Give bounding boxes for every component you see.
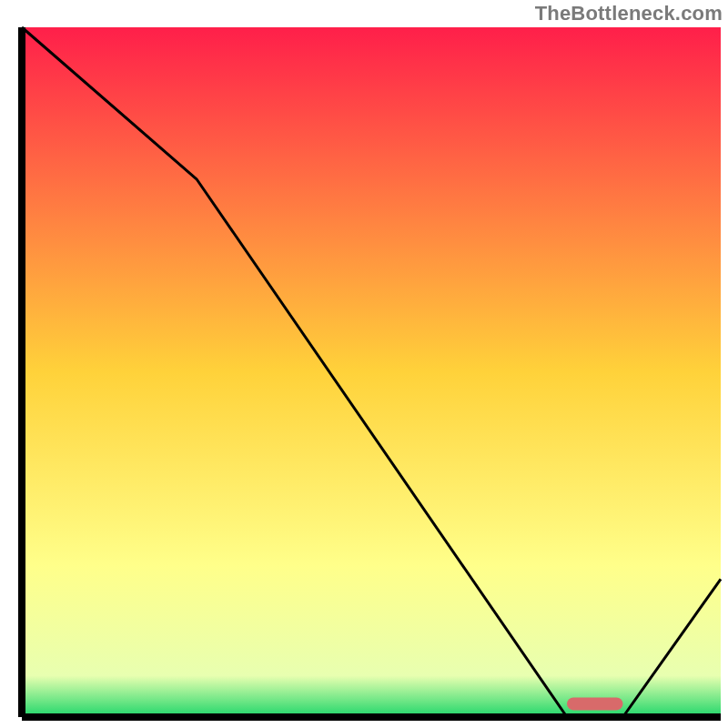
gradient-background [22, 27, 721, 717]
plot-area [22, 27, 721, 717]
chart-container: TheBottleneck.com [0, 0, 728, 728]
optimal-range-marker [567, 697, 622, 710]
bottleneck-chart [0, 0, 728, 728]
